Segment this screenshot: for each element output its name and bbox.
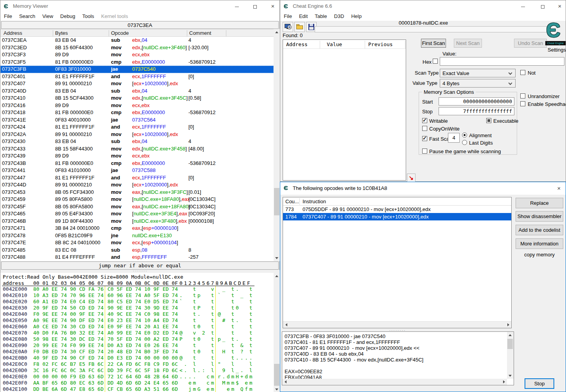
hex-row[interactable]: 0042E0C0F8 02 FC 6C B7 E5 FB 6C22 CA FD … xyxy=(0,361,274,367)
alignment-radio[interactable] xyxy=(462,132,467,138)
disasm-row[interactable]: 0737C40789 91 00000210mov[ecx+10020000],… xyxy=(0,80,274,88)
disasm-row[interactable]: 0737C40D83 EB 04subebx,044 xyxy=(0,88,274,95)
hex-view[interactable]: Protect:Read Only Base=0042E000 Size=800… xyxy=(0,273,274,392)
replace-button[interactable]: Replace xyxy=(516,198,563,208)
scroll-left-icon[interactable] xyxy=(282,379,288,385)
disasm-row[interactable]: 0737C42A89 91 00000210mov[ecx+10020000],… xyxy=(0,131,274,138)
disasm-row[interactable]: 0737C4108B 15 5CF44300movedx,[nullDC.exe… xyxy=(0,95,274,102)
info-vscrollbar[interactable] xyxy=(507,332,514,379)
disasm-row[interactable]: 0737C3FB0F83 3F010000jae0737C540 xyxy=(0,66,274,73)
disasm-row[interactable]: 0737C43083 EB 04subebx,044 xyxy=(0,138,274,145)
menu-debug[interactable]: Debug xyxy=(57,12,79,21)
hex-row[interactable]: 0042E07040 D0 FA 76 B0 32 EE 74A0 99 EE … xyxy=(0,330,274,336)
copy-memory-label[interactable]: copy memory xyxy=(516,252,563,258)
disasm-row[interactable]: 0737C41881 FB 000000E0cmpebx,E0000000-53… xyxy=(0,109,274,116)
fast-scan-alignment-input[interactable]: 4 xyxy=(448,133,460,143)
menu-tools[interactable]: Tools xyxy=(79,12,97,21)
copyonwrite-checkbox[interactable] xyxy=(422,126,427,131)
disasm-row[interactable]: 0737C46B89 1D 80F44300mov[nullDC.exe+3F4… xyxy=(0,218,274,225)
hex-row[interactable]: 0042E09020 99 EE 74 F0 99 EE 74D0 A3 ED … xyxy=(0,342,274,349)
hex-row[interactable]: 0042E0F0AA BF 65 6D 80 EC 63 6DDD 4D 6D … xyxy=(0,380,274,386)
hex-row[interactable]: 0042E08050 98 EE 74 30 DC ED 7470 5F ED … xyxy=(0,336,274,342)
value-input[interactable] xyxy=(440,57,564,66)
hex-row[interactable]: 0042E01010 A3 ED 74 70 96 EE 7460 96 EE … xyxy=(0,292,274,299)
next-scan-button[interactable]: Next Scan xyxy=(454,39,482,48)
found-address-list[interactable]: Address Value Previous xyxy=(283,39,406,181)
cheat-engine-logo[interactable]: Є Cheat Engine xyxy=(545,21,566,47)
hex-row[interactable]: 0042E00080 A0 EE 74 90 CD FA 76C0 5F ED … xyxy=(0,286,274,292)
hex-row[interactable]: 0042E0B040 9F ED 74 90 CF ED 74D0 E3 ED … xyxy=(0,355,274,361)
disasm-row[interactable]: 0737C45F8B 05 80FA5800moveax,[nullDC.exe… xyxy=(0,203,274,211)
executable-checkbox[interactable] xyxy=(486,118,491,123)
disasm-row[interactable]: 0737C44781 E1 FFFFFF1Fandecx,1FFFFFFF[0] xyxy=(0,174,274,182)
value-type-dropdown[interactable]: 4 Bytes xyxy=(440,79,516,88)
disasm-row[interactable]: 0737C4713B 84 24 00010000cmpeax,[esp+000… xyxy=(0,225,274,232)
menu-file[interactable]: File xyxy=(0,12,16,21)
scroll-up-icon[interactable] xyxy=(507,332,513,338)
disasm-row[interactable]: 0737C47E8B 8C 24 04010000movecx,[esp+000… xyxy=(0,239,274,247)
more-information-button[interactable]: More information xyxy=(516,238,563,249)
disasm-row[interactable]: 0737C44D89 91 00000210mov[ecx+10020000],… xyxy=(0,181,274,189)
unrandomizer-checkbox[interactable] xyxy=(520,93,525,98)
hex-scrollbar[interactable] xyxy=(274,273,280,392)
scrollbar-thumb[interactable] xyxy=(274,364,279,386)
scroll-right-icon[interactable] xyxy=(501,379,507,385)
writable-checkbox[interactable] xyxy=(422,118,427,123)
menu-file[interactable]: File xyxy=(280,12,296,21)
hex-row[interactable]: 0042E02060 A1 ED 74 E0 C4 ED 7480 C5 ED … xyxy=(0,299,274,305)
not-checkbox[interactable] xyxy=(520,70,525,75)
stop-button[interactable]: Stop xyxy=(525,378,554,389)
disasm-row[interactable]: 0737C4410F83 41010000jae0737C588 xyxy=(0,167,274,174)
disasm-row[interactable]: 0737C42481 E1 FFFFFF1Fandecx,1FFFFFFF[0] xyxy=(0,124,274,131)
extra-info-box[interactable]: 0737C3FB - 0F83 3F010000 - jae 0737C540 … xyxy=(282,331,514,385)
disasm-row[interactable]: 0737C3F389 D9movecx,ebx xyxy=(0,51,274,59)
maximize-button[interactable] xyxy=(248,0,262,12)
last-digits-radio[interactable] xyxy=(462,140,467,145)
disasm-row[interactable]: 0737C3ED8B 15 60F44300movedx,[nullDC.exe… xyxy=(0,44,274,52)
fast-scan-checkbox[interactable] xyxy=(422,136,427,141)
close-button[interactable]: × xyxy=(552,182,566,195)
disassembler-scrollbar[interactable] xyxy=(274,29,280,261)
menu-search[interactable]: Search xyxy=(16,12,39,21)
address-bar[interactable]: 0737C3EA xyxy=(1,21,279,29)
menu-help[interactable]: Help xyxy=(347,12,365,21)
hex-row[interactable]: 0042E0A0F0 DB ED 74 30 CF ED 7420 48 ED … xyxy=(0,349,274,355)
opcode-row[interactable]: 17840737C407 - 89 91 00000210 - mov [ecx… xyxy=(283,213,511,220)
hex-row[interactable]: 0042E03020 9F ED 74 50 CD ED 7490 9E EE … xyxy=(0,305,274,311)
splitter-handle[interactable]: ······· xyxy=(0,270,280,273)
scroll-up-icon[interactable] xyxy=(274,273,280,279)
menu-view[interactable]: View xyxy=(39,12,57,21)
hex-row[interactable]: 0042E040F0 9E EE 74 00 9F EE 7440 9C EE … xyxy=(0,311,274,317)
scan-type-dropdown[interactable]: Exact Value xyxy=(440,69,516,77)
disasm-row[interactable]: 0737C3F581 FB 000000E0cmpebx,E0000000-53… xyxy=(0,59,274,66)
hex-checkbox[interactable] xyxy=(433,59,438,64)
opcode-list[interactable]: Cou... Instruction 773075D5DDF - 89 91 0… xyxy=(283,197,512,328)
info-hscrollbar[interactable] xyxy=(282,379,507,385)
minimize-button[interactable] xyxy=(230,0,244,12)
undo-scan-button[interactable]: Undo Scan xyxy=(514,39,547,48)
disasm-row[interactable]: 0737C41689 D9movecx,ebx xyxy=(0,102,274,109)
close-button[interactable]: × xyxy=(266,0,279,12)
disasm-row[interactable]: 0737C3EA83 EB 04subebx,044 xyxy=(0,37,274,44)
scroll-down-icon[interactable] xyxy=(274,255,280,261)
add-to-codelist-button[interactable]: Add to the codelist xyxy=(516,225,563,235)
menu-edit[interactable]: Edit xyxy=(296,12,311,21)
disasm-row[interactable]: 0737C48583 EC 08subesp,088 xyxy=(0,247,274,254)
close-button[interactable]: × xyxy=(553,0,566,12)
disasm-row[interactable]: 0737C40181 E1 FFFFFF1Fandecx,1FFFFFFF[0] xyxy=(0,73,274,81)
scrollbar-thumb[interactable] xyxy=(274,188,279,215)
hex-row[interactable]: 0042E0E000 00 00 00 F9 ED 63 6D72 1C 64 … xyxy=(0,374,274,380)
hex-row[interactable]: 0042E050A0 9E EE 74 90 DF ED 74E0 23 EE … xyxy=(0,317,274,324)
disasm-row[interactable]: 0737C43B81 FB 000000E0cmpebx,E0000000-53… xyxy=(0,160,274,167)
splitter-handle[interactable]: ········ xyxy=(280,328,515,331)
opcode-list-hscrollbar[interactable] xyxy=(283,321,511,328)
first-scan-button[interactable]: First Scan xyxy=(421,39,446,48)
disasm-row[interactable]: 0737C45989 05 80FA5800mov[nullDC.exe+18F… xyxy=(0,196,274,203)
maximize-button[interactable] xyxy=(536,0,549,12)
scroll-up-icon[interactable] xyxy=(274,29,280,35)
menu-table[interactable]: Table xyxy=(311,12,330,21)
scroll-down-icon[interactable] xyxy=(274,386,280,392)
disasm-row[interactable]: 0737C48881 E4 FFFEFFFFandesp,FFFFFEFF-25… xyxy=(0,254,274,261)
menu-d3d[interactable]: D3D xyxy=(330,12,347,21)
enable-speedhack-checkbox[interactable] xyxy=(520,101,525,106)
